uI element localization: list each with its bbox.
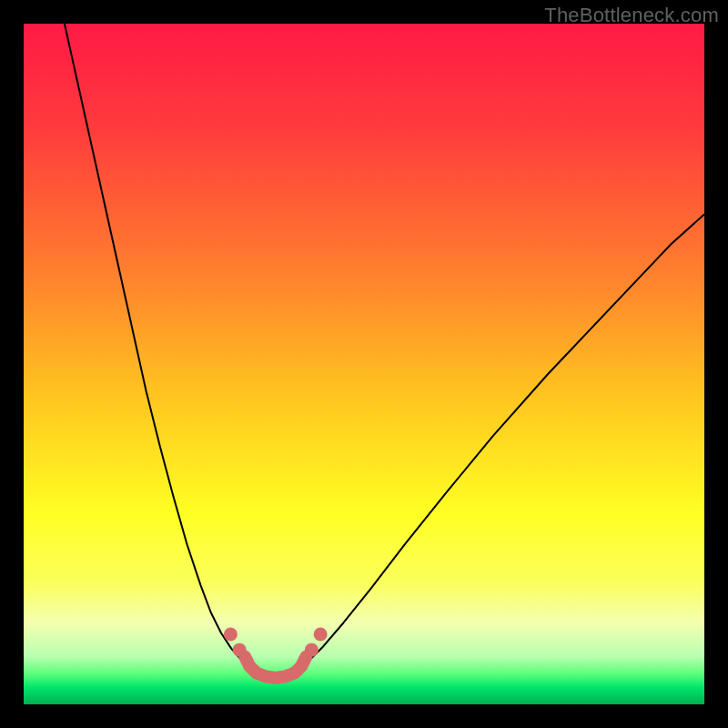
right_bead_lower	[305, 643, 318, 657]
left_bead_upper	[224, 627, 238, 641]
chart-svg	[24, 24, 704, 704]
svg-rect-0	[24, 24, 704, 704]
left_bead_lower	[233, 643, 247, 657]
chart-frame: TheBottleneck.com	[0, 0, 728, 728]
plot-area	[24, 24, 704, 704]
right_bead_upper	[314, 627, 328, 641]
